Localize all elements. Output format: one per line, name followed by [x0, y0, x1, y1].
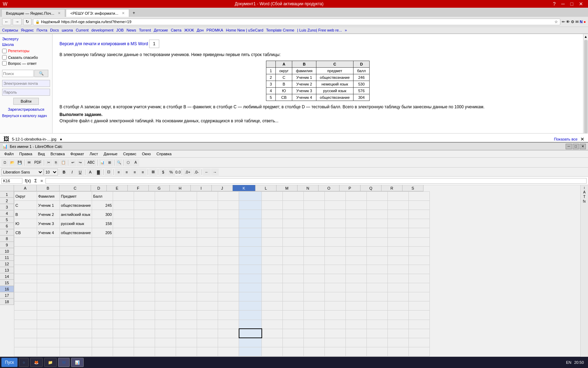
ext-red[interactable]: ●	[583, 20, 586, 24]
row-header-11[interactable]: 11	[0, 254, 14, 261]
underline-btn[interactable]: U	[76, 169, 84, 176]
cell-grid-J1[interactable]	[218, 192, 239, 201]
ext-pencil[interactable]: ✏	[562, 20, 565, 24]
cell-grid-O3[interactable]	[325, 210, 346, 219]
cell-grid-O5[interactable]	[325, 228, 346, 237]
cell-grid-A2[interactable]: С	[14, 201, 37, 210]
cell-grid-N1[interactable]	[304, 192, 325, 201]
col-header-L[interactable]: L	[255, 185, 276, 191]
cell-grid-B5[interactable]: Ученик 4	[37, 228, 60, 237]
bookmark-promka[interactable]: PROMKA	[206, 28, 223, 32]
vopros-checkbox[interactable]	[2, 61, 7, 66]
print-version-link[interactable]: Версия для печати и копирования в MS Wor…	[59, 41, 148, 46]
tb-open[interactable]: 📂	[9, 159, 16, 166]
cell-grid-C3[interactable]: английский язык	[60, 210, 92, 219]
cell-grid-G3[interactable]	[155, 210, 176, 219]
cell-grid-O4[interactable]	[325, 219, 346, 228]
cell-grid-S3[interactable]	[409, 210, 430, 219]
cell-grid-A4[interactable]: Ю	[14, 219, 37, 228]
cell-grid-G2[interactable]	[155, 201, 176, 210]
menu-sheet[interactable]: Лист	[87, 151, 101, 157]
calc-close-btn[interactable]: ✕	[580, 144, 586, 149]
indent-inc-btn[interactable]: →	[211, 169, 219, 176]
register-link[interactable]: Зарегистрироваться	[2, 107, 50, 112]
right-tool-3[interactable]: T	[583, 195, 585, 199]
cell-grid-Q2[interactable]	[367, 201, 388, 210]
currency-btn[interactable]: $	[159, 169, 167, 176]
row-header-18[interactable]: 18	[0, 299, 14, 305]
reshu-tab-close[interactable]: ✕	[122, 11, 125, 15]
menu-view[interactable]: Вид	[35, 151, 48, 157]
bookmark-sveta[interactable]: Света	[171, 28, 181, 32]
bookmark-current[interactable]: Current	[76, 28, 89, 32]
row-header-6[interactable]: 6	[0, 223, 14, 229]
cell-grid-E5[interactable]	[113, 228, 134, 237]
tb-table[interactable]: ⊞	[106, 159, 113, 166]
row-header-9[interactable]: 9	[0, 242, 14, 248]
align-left-btn[interactable]: ≡	[115, 169, 122, 176]
browser-tab-reshu[interactable]: <РЕШУ ОГЭ: информати... ✕	[66, 9, 129, 17]
cell-grid-A1[interactable]: Округ	[14, 192, 37, 201]
back-btn[interactable]: ←	[2, 18, 11, 25]
col-header-P[interactable]: P	[340, 185, 360, 191]
cell-grid-L4[interactable]	[262, 219, 283, 228]
bookmark-zhkh[interactable]: ЖХЖ	[184, 28, 194, 32]
tb-copy[interactable]: ⎘	[52, 159, 59, 166]
cell-grid-C1[interactable]: Предмет	[60, 192, 92, 201]
catalog-link[interactable]: Вернуться к каталогу задач	[2, 113, 50, 118]
bg-color-btn[interactable]: ▓	[94, 169, 102, 176]
cell-grid-N4[interactable]	[304, 219, 325, 228]
tb-spellcheck[interactable]: ABC	[86, 159, 96, 166]
yandex-tab-close[interactable]: ✕	[58, 11, 61, 15]
cell-grid-H5[interactable]	[176, 228, 197, 237]
col-header-E[interactable]: E	[107, 185, 128, 191]
row-header-17[interactable]: 17	[0, 292, 14, 299]
cell-grid-R5[interactable]	[388, 228, 409, 237]
col-header-H[interactable]: H	[170, 185, 191, 191]
cell-grid-E3[interactable]	[113, 210, 134, 219]
tb-paste[interactable]: 📋	[60, 159, 67, 166]
cell-grid-R4[interactable]	[388, 219, 409, 228]
row-header-5[interactable]: 5	[0, 217, 14, 223]
sidebar-link-repetitory[interactable]: Репетиторы	[8, 48, 29, 54]
cell-grid-S1[interactable]	[409, 192, 430, 201]
percent-btn[interactable]: %	[167, 169, 175, 176]
tb-email[interactable]: ✉	[26, 159, 33, 166]
row-header-15[interactable]: 15	[0, 280, 14, 286]
bookmark-dev[interactable]: development	[91, 28, 113, 32]
sum-btn[interactable]: Σ	[33, 178, 38, 183]
cell-grid-N3[interactable]	[304, 210, 325, 219]
sidebar-checkbox-repetitory[interactable]: Репетиторы	[2, 47, 50, 54]
reload-btn[interactable]: ↻	[23, 18, 31, 25]
taskbar-word[interactable]: W	[58, 358, 69, 367]
ext-gear[interactable]: ⚙	[571, 20, 574, 24]
browser-tab-yandex[interactable]: Входящие — Яндекс.Поч... ✕	[1, 9, 65, 17]
grid-scroll-area[interactable]: 1 2 3 4 5 6 7 8 9 10 11 12 13 14 15 16 1	[0, 191, 580, 356]
justify-btn[interactable]: ≡	[139, 169, 147, 176]
menu-edit[interactable]: Правка	[16, 151, 35, 157]
cell-grid-J3[interactable]	[218, 210, 239, 219]
cell-grid-C5[interactable]: обществознание	[60, 228, 92, 237]
cell-grid-M4[interactable]	[283, 219, 304, 228]
forward-btn[interactable]: →	[13, 18, 22, 25]
cell-grid-D2[interactable]: 245	[92, 201, 113, 210]
cell-grid-J4[interactable]	[218, 219, 239, 228]
cell-grid-I3[interactable]	[197, 210, 218, 219]
cell-grid-P4[interactable]	[346, 219, 367, 228]
bookmark-don[interactable]: Дон	[197, 28, 204, 32]
cell-grid-K16-active[interactable]	[239, 329, 262, 338]
cell-grid-A5[interactable]: СВ	[14, 228, 37, 237]
star-icon[interactable]: ☆	[554, 20, 558, 24]
cell-grid-R2[interactable]	[388, 201, 409, 210]
cell-grid-L2[interactable]	[262, 201, 283, 210]
borders-btn[interactable]: ⊡	[105, 169, 112, 176]
cell-grid-S5[interactable]	[409, 228, 430, 237]
cell-grid-K4[interactable]	[239, 219, 262, 228]
cell-grid-H2[interactable]	[176, 201, 197, 210]
bookmark-job[interactable]: JOB	[116, 28, 124, 32]
bookmark-torrent[interactable]: Torrent	[139, 28, 151, 32]
row-header-3[interactable]: 3	[0, 204, 14, 210]
align-center-btn[interactable]: ≡	[123, 169, 131, 176]
cell-grid-D1[interactable]: Балл	[92, 192, 113, 201]
col-header-M[interactable]: M	[276, 185, 298, 191]
